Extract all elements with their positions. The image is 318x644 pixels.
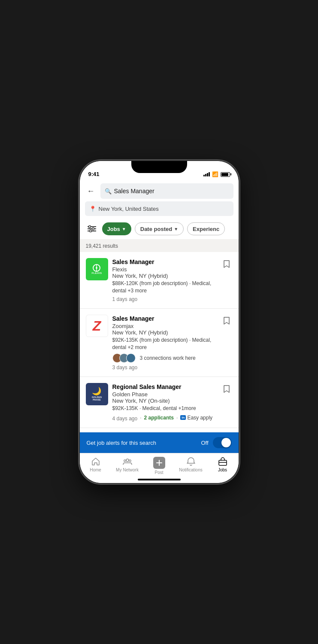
table-row[interactable]: 🌙 GOLDENPHASE Regional Sales Manager Gol… [80,377,239,428]
svg-point-10 [124,460,125,462]
job-info: Sales Manager Flexis New York, NY (Hybri… [112,258,216,302]
nav-item-my-network[interactable]: My Network [112,457,143,472]
wifi-icon: 📶 [212,171,218,177]
company-logo-flexis: FLEXIS [86,258,108,280]
nav-post-label: Post [154,470,163,475]
job-title: Regional Sales Manager [112,383,216,391]
my-network-icon [123,457,132,466]
back-button[interactable]: ← [85,185,97,197]
company-logo-zoomjax: Z [86,315,108,337]
nav-my-network-label: My Network [116,468,139,472]
nav-item-notifications[interactable]: Notifications [175,457,207,472]
job-meta-row: 4 days ago · 2 applicants · in Easy appl… [112,414,216,422]
signal-bars-icon [203,172,210,176]
date-posted-arrow: ▼ [174,227,178,231]
jobs-filter-label: Jobs [107,226,120,232]
post-icon [153,457,165,469]
bookmark-button[interactable] [221,258,233,270]
experience-label: Experienc [193,226,219,232]
job-company: Zoomjax [112,323,216,329]
notifications-icon [186,457,196,466]
jobs-icon [218,457,227,466]
job-title: Sales Manager [112,315,216,322]
job-info: Sales Manager Zoomjax New York, NY (Hybr… [112,315,216,371]
results-count: 19,421 results [86,243,118,249]
date-posted-filter-pill[interactable]: Date posted ▼ [135,222,184,235]
job-location: New York, NY (On-site) [112,398,216,404]
job-company: Golden Phase [112,391,216,398]
bookmark-button[interactable] [221,383,233,395]
connection-avatar [126,353,136,363]
filter-icon-button[interactable] [85,222,99,236]
job-salary: $92K-135K · Medical, dental +1more [112,405,216,412]
job-salary: $92K-135K (from job description) · Medic… [112,337,216,351]
location-text: New York, United States [99,206,159,212]
easy-apply-text: Easy apply [187,415,212,421]
jobs-filter-arrow: ▼ [122,227,126,231]
bookmark-icon [223,385,230,393]
alert-status-text: Off [201,440,208,446]
svg-point-11 [129,460,130,462]
search-icon: 🔍 [105,188,112,194]
table-row[interactable]: E Sales Specialist Energence New York, N… [80,428,239,432]
svg-point-4 [92,228,94,230]
toggle-knob [221,438,231,447]
job-location: New York, NY (Hybrid) [112,329,216,336]
connections-text: 3 connections work here [140,355,196,361]
nav-home-label: Home [90,468,101,472]
search-query-text: Sales Manager [114,188,154,194]
job-title: Sales Manager [112,258,216,266]
table-row[interactable]: FLEXIS Sales Manager Flexis New York, NY… [80,252,239,309]
job-location: New York, NY (Hybrid) [112,273,216,279]
job-info: Regional Sales Manager Golden Phase New … [112,383,216,422]
home-indicator [138,479,181,480]
bookmark-icon [223,260,230,268]
nav-item-jobs[interactable]: Jobs [207,457,239,472]
search-input[interactable]: 🔍 Sales Manager [100,183,233,199]
company-logo-golden-phase: 🌙 GOLDENPHASE [86,383,108,405]
location-input[interactable]: 📍 New York, United States [85,201,233,216]
job-posted-time: 4 days ago [112,416,138,422]
svg-point-9 [126,459,129,462]
alert-toggle-group: Off [201,437,231,448]
filter-bar: Jobs ▼ Date posted ▼ Experienc [80,219,239,239]
job-alerts-banner: Get job alerts for this search Off [80,432,239,453]
job-connections: 3 connections work here [112,353,216,363]
bookmark-button[interactable] [221,315,233,327]
experience-filter-pill[interactable]: Experienc [187,222,225,235]
job-posted-time: 3 days ago [112,365,216,371]
linkedin-badge: in [180,415,186,420]
svg-rect-14 [219,460,227,465]
sliders-icon [88,225,96,232]
status-icons: 📶 [203,171,230,177]
easy-apply-badge: in Easy apply [180,415,212,421]
nav-jobs-label: Jobs [218,468,227,472]
separator: · [176,415,178,421]
applicants-count: 2 applicants [144,415,174,421]
location-icon: 📍 [89,206,96,212]
svg-point-3 [88,226,91,228]
connection-avatars [112,353,133,363]
battery-icon [221,172,230,177]
nav-item-post[interactable]: Post [143,457,175,475]
date-posted-label: Date posted [140,226,172,232]
nav-item-home[interactable]: Home [80,457,112,472]
job-salary: $88K-120K (from job description) · Medic… [112,280,216,295]
job-company: Flexis [112,266,216,273]
search-header: ← 🔍 Sales Manager 📍 New York, United Sta… [80,180,239,219]
separator: · [140,415,141,421]
job-posted-time: 1 days ago [112,296,216,302]
results-bar: 19,421 results [80,239,239,252]
bookmark-icon [223,316,230,325]
table-row[interactable]: Z Sales Manager Zoomjax New York, NY (Hy… [80,309,239,377]
svg-point-5 [89,230,91,232]
plus-icon [156,460,162,466]
jobs-filter-pill[interactable]: Jobs ▼ [102,222,131,235]
flexis-logo-icon [91,264,102,272]
alert-banner-text: Get job alerts for this search [87,440,157,446]
nav-notifications-label: Notifications [179,468,202,472]
status-time: 9:41 [88,171,100,177]
jobs-list: FLEXIS Sales Manager Flexis New York, NY… [80,252,239,432]
alert-toggle[interactable] [213,437,232,448]
home-icon [91,457,100,466]
